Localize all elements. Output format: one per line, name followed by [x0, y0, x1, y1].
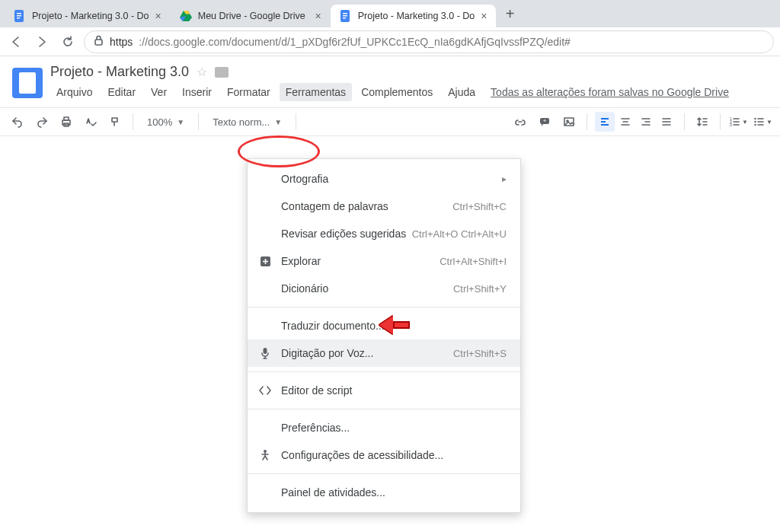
submenu-arrow-icon: ▸	[502, 174, 507, 184]
document-title[interactable]: Projeto - Marketing 3.0	[50, 64, 189, 80]
paragraph-style-select[interactable]: Texto norm...▼	[206, 112, 288, 132]
svg-text:+: +	[543, 117, 547, 124]
formatting-toolbar: 100%▼ Texto norm...▼ + 123▼ ▼	[0, 107, 780, 136]
redo-button[interactable]	[32, 112, 52, 132]
browser-tab[interactable]: Projeto - Marketing 3.0 - Do ×	[5, 5, 171, 27]
save-status[interactable]: Todas as alterações foram salvas no Goog…	[491, 83, 729, 101]
svg-rect-3	[17, 18, 20, 18]
print-button[interactable]	[56, 112, 76, 132]
spellcheck-button[interactable]	[81, 112, 101, 132]
svg-text:3: 3	[730, 123, 732, 127]
browser-tabbar: Projeto - Marketing 3.0 - Do × Meu Drive…	[0, 0, 780, 27]
svg-rect-11	[95, 40, 102, 45]
ferramentas-menu: Ortografia▸ Contagem de palavrasCtrl+Shi…	[247, 158, 521, 513]
svg-rect-9	[343, 15, 347, 16]
insert-image-button[interactable]	[559, 112, 579, 132]
folder-icon[interactable]	[215, 67, 229, 78]
code-icon	[258, 384, 272, 397]
menu-divider	[248, 473, 520, 474]
accessibility-icon	[258, 448, 272, 462]
menu-item-painel-atividades[interactable]: Painel de atividades...	[248, 479, 520, 506]
svg-rect-8	[343, 13, 347, 14]
url-protocol: https	[110, 36, 133, 48]
menu-complementos[interactable]: Complementos	[355, 83, 439, 101]
menu-editar[interactable]: Editar	[101, 83, 142, 101]
align-right-button[interactable]	[636, 112, 656, 132]
menu-ver[interactable]: Ver	[145, 83, 173, 101]
tab-title: Projeto - Marketing 3.0 - Do	[32, 11, 149, 21]
align-center-button[interactable]	[615, 112, 635, 132]
menu-item-preferencias[interactable]: Preferências...	[248, 414, 520, 441]
drive-favicon-icon	[180, 10, 192, 22]
menu-arquivo[interactable]: Arquivo	[50, 83, 98, 101]
align-justify-button[interactable]	[657, 112, 676, 132]
explore-icon	[258, 254, 272, 268]
browser-tab[interactable]: Meu Drive - Google Drive ×	[171, 5, 331, 27]
chevron-down-icon: ▼	[177, 118, 184, 126]
secure-icon	[94, 35, 104, 48]
close-icon[interactable]: ×	[315, 10, 321, 22]
svg-point-23	[754, 121, 756, 123]
menu-bar: Arquivo Editar Ver Inserir Formatar Ferr…	[50, 83, 729, 101]
align-left-button[interactable]	[595, 112, 615, 132]
svg-rect-26	[264, 348, 267, 354]
reload-button[interactable]	[58, 32, 78, 52]
new-tab-button[interactable]: +	[499, 3, 520, 24]
menu-divider	[248, 307, 520, 307]
browser-tab-active[interactable]: Projeto - Marketing 3.0 - Do ×	[331, 5, 497, 27]
forward-button[interactable]	[32, 32, 52, 52]
align-group	[595, 112, 676, 132]
mic-icon	[258, 346, 272, 360]
svg-rect-2	[17, 15, 21, 16]
url-text: ://docs.google.com/document/d/1_pXDgf6r2…	[139, 36, 571, 48]
add-comment-button[interactable]: +	[535, 112, 555, 132]
chevron-down-icon: ▼	[742, 119, 748, 126]
close-icon[interactable]: ×	[481, 10, 487, 22]
svg-rect-10	[343, 18, 346, 18]
menu-inserir[interactable]: Inserir	[176, 83, 218, 101]
back-button[interactable]	[6, 32, 26, 52]
docs-favicon-icon	[340, 10, 352, 22]
bulleted-list-button[interactable]: ▼	[753, 112, 772, 132]
zoom-select[interactable]: 100%▼	[141, 112, 190, 132]
docs-favicon-icon	[14, 10, 26, 22]
menu-item-revisar-edicoes[interactable]: Revisar edições sugeridasCtrl+Alt+O Ctrl…	[248, 220, 520, 247]
line-spacing-button[interactable]	[692, 112, 712, 132]
menu-item-acessibilidade[interactable]: Configurações de acessibilidade...	[248, 441, 520, 469]
menu-item-explorar[interactable]: ExplorarCtrl+Alt+Shift+I	[248, 247, 520, 275]
close-icon[interactable]: ×	[155, 10, 161, 22]
insert-link-button[interactable]	[510, 112, 530, 132]
docs-header: Projeto - Marketing 3.0 ☆ Arquivo Editar…	[0, 56, 780, 101]
menu-item-editor-script[interactable]: Editor de script	[248, 377, 520, 404]
menu-divider	[248, 409, 520, 409]
numbered-list-button[interactable]: 123▼	[728, 112, 748, 132]
tab-title: Projeto - Marketing 3.0 - Do	[358, 11, 475, 21]
menu-item-traduzir[interactable]: Traduzir documento...	[248, 312, 520, 339]
svg-rect-13	[64, 117, 69, 120]
browser-toolbar: https://docs.google.com/document/d/1_pXD…	[0, 27, 780, 56]
svg-point-24	[754, 124, 756, 126]
tab-title: Meu Drive - Google Drive	[198, 11, 309, 21]
menu-ferramentas[interactable]: Ferramentas	[280, 83, 352, 101]
svg-rect-1	[17, 13, 21, 14]
docs-app: Projeto - Marketing 3.0 ☆ Arquivo Editar…	[0, 56, 780, 136]
svg-point-22	[754, 118, 756, 119]
chevron-down-icon: ▼	[766, 119, 772, 126]
chevron-down-icon: ▼	[274, 118, 282, 126]
menu-ajuda[interactable]: Ajuda	[442, 83, 481, 101]
docs-logo-icon[interactable]	[12, 68, 43, 98]
menu-divider	[248, 371, 520, 372]
menu-item-dicionario[interactable]: DicionárioCtrl+Shift+Y	[248, 275, 520, 302]
undo-button[interactable]	[8, 112, 27, 132]
star-icon[interactable]: ☆	[197, 65, 207, 79]
menu-item-digitacao-voz[interactable]: Digitação por Voz...Ctrl+Shift+S	[248, 339, 520, 367]
menu-formatar[interactable]: Formatar	[221, 83, 277, 101]
paint-format-button[interactable]	[105, 112, 125, 132]
menu-item-ortografia[interactable]: Ortografia▸	[248, 165, 520, 193]
menu-item-contagem-palavras[interactable]: Contagem de palavrasCtrl+Shift+C	[248, 193, 520, 220]
address-bar[interactable]: https://docs.google.com/document/d/1_pXD…	[84, 30, 774, 53]
